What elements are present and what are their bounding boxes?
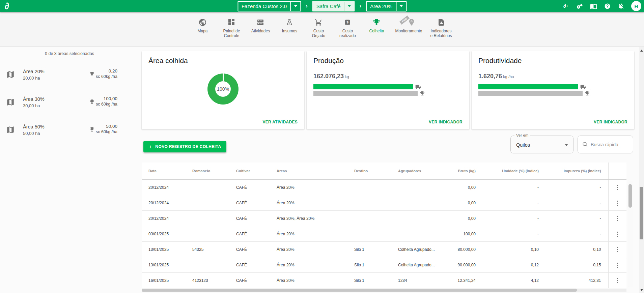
row-menu-icon[interactable] — [615, 245, 620, 255]
productivity-actual-bar — [478, 84, 578, 89]
areas-sidebar: 0 de 3 áreas selecionadas Área 20% 20,00… — [0, 47, 139, 293]
cell-romaneio — [191, 195, 234, 211]
tab-label: Custo realizado — [339, 29, 356, 38]
cell-agrupadores — [396, 195, 442, 211]
table-row[interactable]: 20/12/2024 CAFÉ Área 30%, Área 20% 0,00 … — [142, 211, 626, 226]
cell-data: 03/01/2025 — [142, 226, 191, 242]
table-row[interactable]: 20/12/2024 CAFÉ Área 20% 0,00 - - — [142, 180, 626, 195]
cell-data: 20/12/2024 — [142, 211, 191, 226]
row-menu-icon[interactable] — [615, 214, 620, 224]
row-menu-icon[interactable] — [615, 276, 620, 286]
season-selector[interactable]: Safra Café — [312, 1, 355, 11]
cell-romaneio: 4123123 — [191, 273, 234, 288]
scroll-down-arrow[interactable] — [640, 289, 643, 291]
search-input[interactable] — [590, 142, 630, 148]
breadcrumb-separator: › — [360, 3, 362, 9]
tab-colheita[interactable]: Colheita — [366, 17, 387, 46]
add-farm-icon[interactable]: ∂+ — [562, 2, 569, 10]
quick-search — [578, 136, 633, 153]
aegro-logo-icon[interactable]: ∂ — [5, 0, 9, 12]
harvested-area-card: Área colhida 100% VER ATIVIDADES — [142, 51, 304, 129]
divider — [396, 2, 396, 11]
donut-percent: 100% — [207, 74, 239, 105]
see-activities-link[interactable]: VER ATIVIDADES — [262, 120, 298, 124]
tab-insumos[interactable]: Insumos — [279, 17, 300, 46]
tab-monitoramento[interactable]: PRO Monitoramento — [395, 17, 422, 46]
table-row[interactable]: 20/12/2024 CAFÉ Área 20% 0,00 - - — [142, 195, 626, 211]
farm-selector[interactable]: Fazenda Custos 2.0 — [237, 1, 301, 11]
app-window: ∂ Fazenda Custos 2.0 › Safra Café › Área… — [0, 0, 644, 293]
map-icon — [6, 70, 15, 80]
row-menu-icon[interactable] — [615, 199, 620, 208]
table-row[interactable]: 13/01/2025 CAFÉ Área 20% Silo 1 Colheita… — [142, 257, 626, 273]
cell-destino — [353, 211, 396, 226]
cell-impureza: - — [542, 180, 608, 195]
area-yield-value: 0,20 — [109, 68, 117, 74]
table-row[interactable]: 13/01/2025 54325 CAFÉ Área 20% Silo 1 Co… — [142, 242, 626, 257]
cell-impureza: 0,10 — [542, 242, 608, 257]
cell-impureza: 0,15 — [542, 257, 608, 273]
help-icon[interactable] — [604, 2, 611, 10]
cell-agrupadores — [396, 180, 442, 195]
table-hscrollbar-thumb[interactable] — [142, 289, 577, 292]
book-icon[interactable] — [590, 2, 597, 10]
trophy-icon — [89, 99, 95, 106]
see-indicator-link[interactable]: VER INDICADOR — [429, 120, 463, 124]
top-bar: ∂ Fazenda Custos 2.0 › Safra Café › Área… — [0, 0, 644, 12]
table-row[interactable]: 03/01/2025 CAFÉ Área 20% 100,00 - - — [142, 226, 626, 242]
cell-areas: Área 20% — [275, 226, 353, 242]
trophy-icon — [372, 17, 381, 27]
area-list-item[interactable]: Área 20% 20,00 ha 0,20 sc 60kg /ha — [0, 64, 139, 92]
key-icon[interactable] — [576, 2, 583, 10]
tab-custo-realizado[interactable]: $ Custo realizado — [337, 17, 358, 46]
user-avatar[interactable]: H — [631, 1, 641, 11]
row-menu-icon[interactable] — [615, 183, 620, 193]
map-icon — [6, 98, 15, 108]
row-menu-icon[interactable] — [615, 261, 620, 270]
new-harvest-record-button[interactable]: + NOVO REGISTRO DE COLHEITA — [143, 141, 226, 152]
productivity-goal-bar — [478, 91, 583, 96]
areas-selected-status: 0 de 3 áreas selecionadas — [0, 47, 139, 56]
cell-umidade: 4,12 — [479, 273, 542, 288]
cell-romaneio — [191, 180, 234, 195]
area-list-item[interactable]: Área 50% 50,00 ha 50,00 sc 60kg /ha — [0, 119, 139, 147]
notifications-off-icon[interactable] — [617, 2, 625, 10]
breadcrumb-separator: › — [306, 3, 308, 9]
page-scrollbar-track — [639, 47, 644, 293]
cell-bruto: 80.000,00 — [442, 242, 479, 257]
tab-custo-orcado[interactable]: Custo Orçado — [308, 17, 329, 46]
tab-painel-de-controle[interactable]: Painel de Controle — [221, 17, 242, 46]
col-actions — [608, 163, 626, 180]
table-scrollbar-thumb[interactable] — [628, 184, 632, 208]
view-in-select[interactable]: Ver em Quilos — [510, 136, 573, 153]
scroll-up-arrow[interactable] — [640, 50, 643, 52]
tab-label: Custo Orçado — [312, 29, 325, 38]
breadcrumb: Fazenda Custos 2.0 › Safra Café › Área 2… — [237, 0, 407, 12]
area-list-item[interactable]: Área 30% 30,00 ha 100,00 sc 60kg /ha — [0, 92, 139, 119]
area-selector[interactable]: Área 20% — [366, 1, 407, 11]
see-indicator-link[interactable]: VER INDICADOR — [594, 120, 627, 124]
table-row[interactable]: 16/01/2025 4123123 CAFÉ Área 20% Silo 1 … — [142, 273, 626, 288]
cell-umidade: - — [479, 195, 542, 211]
production-card: Produção 162.076,23kg VER INDICADOR — [307, 51, 469, 129]
tab-indicadores-relatorios[interactable]: Indicadores e Relatórios — [430, 17, 452, 46]
cell-agrupadores: Colheita Agrupado... — [396, 257, 442, 273]
row-menu-icon[interactable] — [615, 230, 620, 239]
tab-mapa[interactable]: Mapa — [192, 17, 213, 46]
chevron-down-icon — [348, 5, 351, 7]
tab-label: Indicadores e Relatórios — [430, 29, 452, 38]
cell-areas: Área 20% — [275, 195, 353, 211]
search-icon — [582, 141, 588, 148]
trophy-icon — [89, 126, 95, 134]
trophy-icon — [420, 91, 425, 96]
tab-atividades[interactable]: Atividades — [250, 17, 271, 46]
card-title: Produção — [313, 57, 463, 65]
col-umidade: Umidade (%) (Índice) — [479, 163, 542, 180]
cell-cultivar: CAFÉ — [234, 257, 275, 273]
cell-data: 20/12/2024 — [142, 180, 191, 195]
card-title: Área colhida — [148, 57, 298, 65]
productivity-card: Produtividade 1.620,76kg /ha VER INDICAD… — [472, 51, 634, 129]
trophy-icon — [89, 71, 95, 78]
page-scrollbar-thumb[interactable] — [640, 187, 643, 239]
cell-areas: Área 30%, Área 20% — [275, 211, 353, 226]
